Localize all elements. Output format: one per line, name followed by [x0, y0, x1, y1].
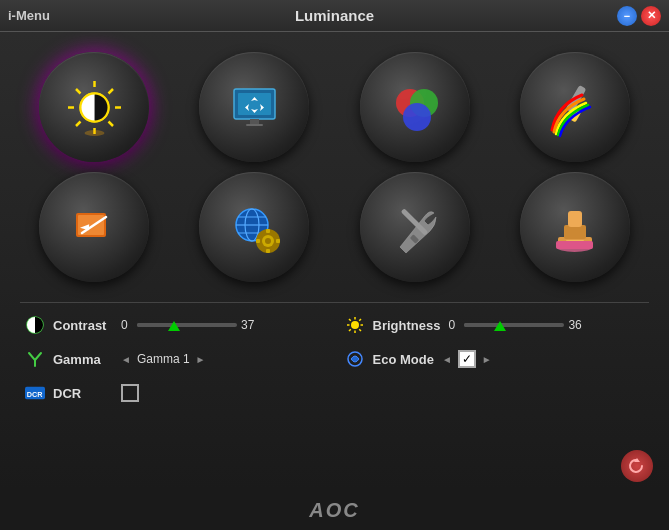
svg-line-8 — [108, 89, 113, 94]
svg-rect-18 — [246, 124, 263, 126]
eco-mode-row: Eco Mode ◄ ✓ ► — [345, 345, 645, 373]
brightness-value: 36 — [568, 318, 581, 332]
svg-rect-39 — [276, 239, 280, 243]
contrast-slider-container: 0 37 — [121, 318, 325, 332]
svg-line-56 — [359, 319, 361, 321]
contrast-min: 0 — [121, 318, 133, 332]
eco-next-button[interactable]: ► — [482, 354, 492, 365]
icon-osd-settings[interactable] — [39, 172, 149, 282]
brightness-row: Brightness 0 36 — [345, 311, 645, 339]
minimize-button[interactable]: − — [617, 6, 637, 26]
contrast-icon — [25, 315, 45, 335]
icon-color-setup[interactable] — [360, 52, 470, 162]
svg-text:DCR: DCR — [27, 390, 43, 399]
icon-extra[interactable] — [199, 172, 309, 282]
svg-line-9 — [76, 121, 81, 126]
icon-image-setup[interactable] — [199, 52, 309, 162]
contrast-label: Contrast — [53, 318, 113, 333]
dcr-checkbox[interactable] — [121, 384, 139, 402]
svg-line-57 — [349, 329, 351, 331]
brightness-icon — [345, 315, 365, 335]
window-title: Luminance — [295, 7, 374, 24]
dcr-icon: DCR — [25, 383, 45, 403]
main-content: Contrast 0 37 — [0, 32, 669, 490]
gamma-value: Gamma 1 — [137, 352, 190, 366]
eco-mode-checkbox[interactable]: ✓ — [458, 350, 476, 368]
eco-mode-icon — [345, 349, 365, 369]
bottom-bar: AOC — [0, 490, 669, 530]
aoc-logo: AOC — [309, 499, 359, 522]
svg-rect-37 — [266, 249, 270, 253]
contrast-slider[interactable] — [137, 323, 237, 327]
window-controls: − ✕ — [617, 6, 661, 26]
eco-mode-label: Eco Mode — [373, 352, 434, 367]
icon-factory-reset[interactable] — [360, 172, 470, 282]
svg-point-35 — [265, 238, 271, 244]
svg-line-6 — [76, 89, 81, 94]
eco-mode-controls: ◄ ✓ ► — [442, 350, 492, 368]
close-button[interactable]: ✕ — [641, 6, 661, 26]
svg-point-21 — [403, 103, 431, 131]
brightness-slider-container: 0 36 — [448, 318, 644, 332]
icon-grid — [20, 52, 649, 282]
svg-rect-44 — [568, 211, 582, 227]
icon-luminance[interactable] — [39, 52, 149, 162]
icon-exit[interactable] — [520, 172, 630, 282]
brightness-label: Brightness — [373, 318, 441, 333]
contrast-value: 37 — [241, 318, 254, 332]
svg-line-7 — [108, 121, 113, 126]
titlebar: i-Menu Luminance − ✕ — [0, 0, 669, 32]
svg-rect-43 — [564, 225, 586, 239]
back-button[interactable] — [621, 450, 653, 482]
svg-point-10 — [84, 130, 104, 136]
svg-rect-47 — [556, 241, 593, 249]
gamma-controls: ◄ Gamma 1 ► — [121, 352, 206, 366]
svg-rect-17 — [250, 119, 259, 124]
gamma-row: Gamma ◄ Gamma 1 ► — [25, 345, 325, 373]
svg-line-54 — [349, 319, 351, 321]
gamma-icon — [25, 349, 45, 369]
contrast-row: Contrast 0 37 — [25, 311, 325, 339]
svg-line-55 — [359, 329, 361, 331]
icon-picture-boost[interactable] — [520, 52, 630, 162]
svg-rect-38 — [256, 239, 260, 243]
gamma-label: Gamma — [53, 352, 113, 367]
brightness-slider[interactable] — [464, 323, 564, 327]
eco-prev-button[interactable]: ◄ — [442, 354, 452, 365]
dcr-row: DCR DCR — [25, 379, 325, 407]
app-title: i-Menu — [8, 8, 50, 23]
svg-rect-36 — [266, 229, 270, 233]
dcr-label: DCR — [53, 386, 113, 401]
brightness-min: 0 — [448, 318, 460, 332]
svg-point-49 — [351, 321, 359, 329]
divider — [20, 302, 649, 303]
gamma-next-button[interactable]: ► — [196, 354, 206, 365]
controls-panel: Contrast 0 37 — [20, 311, 649, 407]
gamma-prev-button[interactable]: ◄ — [121, 354, 131, 365]
